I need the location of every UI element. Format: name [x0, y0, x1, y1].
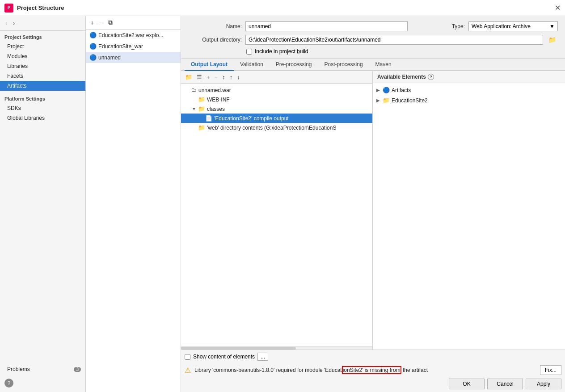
tree-item-label: 'EducationSite2' compile output: [214, 115, 289, 122]
avail-item-artifacts[interactable]: ▶ 🔵 Artifacts: [373, 85, 565, 95]
remove-artifact-button[interactable]: −: [97, 18, 105, 27]
artifact-item-1[interactable]: 🔵 EducationSite_war: [86, 41, 181, 52]
available-tree: ▶ 🔵 Artifacts ▶ 📁 EducationSite2: [373, 83, 565, 350]
folder-icon: 📁: [198, 105, 205, 112]
artifact-item-label: EducationSite2:war explo...: [98, 32, 163, 38]
tree-item-0[interactable]: 🗂 unnamed.war: [181, 85, 372, 95]
tabs: Output Layout Validation Pre-processing …: [181, 59, 565, 71]
output-dir-input[interactable]: [245, 35, 543, 45]
folder-icon: 📁: [383, 97, 390, 104]
file-icon: 📄: [205, 115, 212, 122]
name-row: Name: Type: Web Application: Archive ▼: [188, 21, 558, 31]
name-input[interactable]: [245, 21, 408, 31]
add-artifact-button[interactable]: +: [89, 18, 96, 27]
sidebar-item-label: SDKs: [7, 105, 21, 111]
tab-post-processing[interactable]: Post-processing: [318, 59, 369, 71]
include-checkbox[interactable]: [246, 49, 252, 55]
tab-pre-processing[interactable]: Pre-processing: [270, 59, 318, 71]
sidebar-item-facets[interactable]: Facets: [0, 71, 85, 81]
fix-button[interactable]: Fix...: [540, 365, 561, 375]
copy-artifact-button[interactable]: ⧉: [106, 18, 114, 27]
sidebar-item-project[interactable]: Project: [0, 42, 85, 51]
warning-text: Library 'commons-beanutils-1.8.0' requir…: [194, 367, 536, 373]
sidebar-item-label: Project: [7, 43, 24, 50]
chevron-down-icon: ▼: [549, 23, 555, 30]
tree-item-4[interactable]: 📁 'web' directory contents (G:\ideaProte…: [181, 123, 372, 132]
tab-validation[interactable]: Validation: [234, 59, 270, 71]
tree-item-label: unnamed.war: [198, 87, 231, 93]
tree-item-label: classes: [207, 106, 225, 112]
include-checkbox-row: Include in project build: [188, 48, 558, 55]
close-button[interactable]: ✕: [555, 4, 561, 12]
form-area: Name: Type: Web Application: Archive ▼ O…: [181, 16, 565, 59]
back-button[interactable]: ‹: [4, 19, 9, 28]
artifact-item-0[interactable]: 🔵 EducationSite2:war explo...: [86, 30, 181, 41]
horizontal-scrollbar[interactable]: [181, 346, 372, 350]
artifact-item-2[interactable]: 🔵 unnamed: [86, 52, 181, 63]
artifact-icon: 🔵: [89, 32, 97, 38]
folder-icon: 📁: [198, 96, 205, 103]
help-button[interactable]: ?: [4, 379, 13, 388]
expand-arrow: ▶: [376, 88, 381, 93]
tree-item-label: 'web' directory contents (G:\ideaProtect…: [207, 125, 336, 131]
move-down-button[interactable]: ↓: [236, 73, 241, 81]
available-panel: Available Elements ? ▶ 🔵 Artifacts ▶ 📁 E…: [373, 71, 565, 350]
apply-button[interactable]: Apply: [526, 379, 561, 389]
dots-button[interactable]: ...: [257, 353, 268, 361]
sidebar-item-label: Modules: [7, 53, 27, 59]
sidebar-item-sdks[interactable]: SDKs: [0, 103, 85, 113]
output-tree-toolbar: 📁 ☰ + − ↕ ↑ ↓: [181, 71, 372, 84]
output-dir-row: Output directory: 📁: [188, 35, 558, 45]
tree-item-1[interactable]: 📁 WEB-INF: [181, 95, 372, 104]
sidebar-item-label: Libraries: [7, 63, 28, 69]
tree-item-3[interactable]: 📄 'EducationSite2' compile output: [181, 114, 372, 123]
problems-badge: 3: [74, 367, 81, 372]
nav-buttons: ‹ ›: [0, 16, 85, 31]
output-tree-panel: 📁 ☰ + − ↕ ↑ ↓ 🗂 unnamed.war: [181, 71, 373, 350]
sort-button[interactable]: ↕: [221, 73, 227, 81]
help-icon: ?: [428, 74, 434, 80]
sidebar: ‹ › Project Settings Project Modules Lib…: [0, 16, 86, 392]
tab-maven[interactable]: Maven: [369, 59, 398, 71]
forward-button[interactable]: ›: [11, 19, 17, 28]
folder-icon: 📁: [198, 124, 205, 131]
columns-button[interactable]: ☰: [195, 73, 203, 81]
sidebar-item-libraries[interactable]: Libraries: [0, 61, 85, 71]
add-folder-button[interactable]: 📁: [184, 73, 194, 81]
ok-button[interactable]: OK: [449, 379, 485, 389]
remove-item-button[interactable]: −: [213, 73, 219, 81]
main-content: Name: Type: Web Application: Archive ▼ O…: [181, 16, 565, 392]
artifact-toolbar: + − ⧉: [86, 16, 181, 30]
add-item-button[interactable]: +: [205, 73, 211, 81]
sidebar-item-artifacts[interactable]: Artifacts: [0, 81, 85, 91]
sidebar-item-global-libraries[interactable]: Global Libraries: [0, 113, 85, 123]
artifact-icon: 🔵: [89, 43, 97, 50]
sidebar-item-modules[interactable]: Modules: [0, 51, 85, 61]
show-content-checkbox[interactable]: [185, 354, 190, 360]
problems-label: Problems: [7, 366, 30, 372]
app-icon: P: [4, 4, 13, 13]
sidebar-item-label: Facets: [7, 73, 23, 79]
cancel-button[interactable]: Cancel: [487, 379, 523, 389]
bottom-area: Show content of elements ... ⚠ Library '…: [181, 350, 565, 392]
output-tree: 🗂 unnamed.war 📁 WEB-INF ▼ 📁 classes: [181, 84, 372, 346]
tab-output-layout[interactable]: Output Layout: [185, 59, 234, 71]
sidebar-item-problems[interactable]: Problems 3: [0, 364, 85, 374]
platform-settings-label: Platform Settings: [0, 91, 85, 103]
browse-folder-button[interactable]: 📁: [547, 35, 558, 44]
type-select[interactable]: Web Application: Archive ▼: [468, 21, 558, 31]
avail-item-educationsite2[interactable]: ▶ 📁 EducationSite2: [373, 95, 565, 105]
tree-item-label: WEB-INF: [207, 97, 230, 103]
sidebar-item-label: Artifacts: [7, 83, 26, 89]
artifact-list: 🔵 EducationSite2:war explo... 🔵 Educatio…: [86, 30, 181, 392]
artifact-item-label: EducationSite_war: [98, 43, 143, 50]
show-content-row: Show content of elements ...: [185, 353, 561, 363]
artifact-list-panel: + − ⧉ 🔵 EducationSite2:war explo... 🔵 Ed…: [86, 16, 181, 392]
artifact-icon: 🔵: [89, 54, 97, 61]
expand-arrow: ▶: [376, 98, 381, 103]
tree-item-2[interactable]: ▼ 📁 classes: [181, 104, 372, 114]
artifact-item-label: unnamed: [98, 55, 121, 61]
warning-row: ⚠ Library 'commons-beanutils-1.8.0' requ…: [185, 363, 561, 379]
title-bar: P Project Structure ✕: [0, 0, 565, 16]
move-up-button[interactable]: ↑: [228, 73, 234, 81]
